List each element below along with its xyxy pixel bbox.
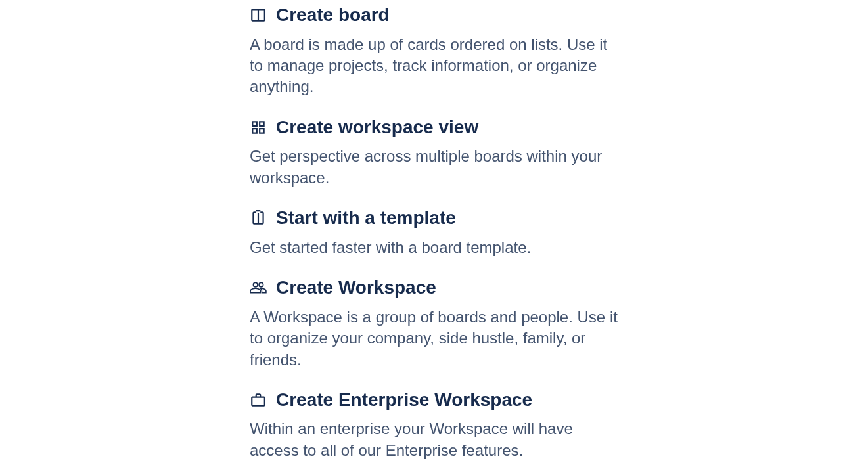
workspace-view-icon [250, 119, 267, 136]
template-icon [250, 210, 267, 227]
start-with-template-option[interactable]: Start with a template Get started faster… [250, 207, 624, 258]
menu-item-description: Get started faster with a board template… [250, 237, 624, 258]
create-workspace-view-option[interactable]: Create workspace view Get perspective ac… [250, 116, 624, 188]
menu-item-title: Create Workspace [276, 277, 436, 299]
menu-item-title: Start with a template [276, 207, 456, 229]
menu-item-description: A board is made up of cards ordered on l… [250, 34, 624, 98]
menu-item-description: Within an enterprise your Workspace will… [250, 418, 624, 461]
menu-item-header: Start with a template [250, 207, 624, 229]
menu-item-header: Create Enterprise Workspace [250, 389, 624, 411]
menu-item-title: Create Enterprise Workspace [276, 389, 532, 411]
create-menu: Create board A board is made up of cards… [250, 4, 624, 465]
menu-item-header: Create board [250, 4, 624, 26]
board-icon [250, 7, 267, 24]
menu-item-description: A Workspace is a group of boards and peo… [250, 307, 624, 370]
create-board-option[interactable]: Create board A board is made up of cards… [250, 4, 624, 98]
briefcase-icon [250, 391, 267, 409]
menu-item-title: Create workspace view [276, 116, 478, 139]
menu-item-header: Create Workspace [250, 277, 624, 299]
menu-item-header: Create workspace view [250, 116, 624, 139]
people-icon [250, 279, 267, 296]
menu-item-description: Get perspective across multiple boards w… [250, 146, 624, 188]
create-enterprise-workspace-option[interactable]: Create Enterprise Workspace Within an en… [250, 389, 624, 461]
create-workspace-option[interactable]: Create Workspace A Workspace is a group … [250, 277, 624, 370]
menu-item-title: Create board [276, 4, 390, 26]
